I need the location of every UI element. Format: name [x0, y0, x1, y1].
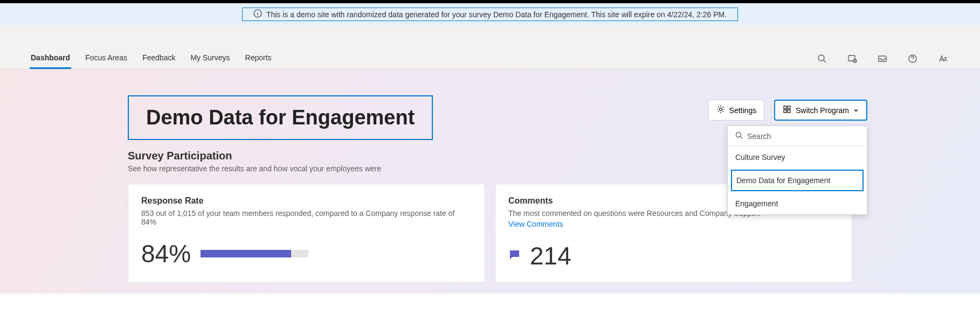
svg-rect-14: [788, 106, 790, 109]
svg-line-4: [824, 60, 826, 62]
hero-section: Demo Data for Engagement Settings Switch…: [0, 69, 980, 294]
settings-label: Settings: [729, 106, 757, 115]
dropdown-item-culture-survey[interactable]: Culture Survey: [728, 146, 867, 168]
search-icon[interactable]: [817, 54, 827, 64]
svg-rect-13: [784, 106, 786, 109]
tab-focus-areas[interactable]: Focus Areas: [84, 48, 128, 69]
dropdown-search[interactable]: Search: [728, 126, 867, 146]
tab-my-surveys[interactable]: My Surveys: [189, 48, 231, 69]
dropdown-item-demo-data[interactable]: Demo Data for Engagement: [731, 170, 864, 191]
dropdown-search-placeholder: Search: [747, 132, 771, 141]
switch-program-button[interactable]: Switch Program: [774, 100, 867, 121]
page-title-box: Demo Data for Engagement: [128, 95, 433, 140]
nav-icons: [817, 54, 948, 64]
add-tab-icon[interactable]: [847, 54, 857, 64]
comments-value: 214: [530, 241, 571, 270]
dropdown-item-engagement[interactable]: Engagement: [728, 193, 867, 214]
svg-point-12: [719, 108, 722, 111]
response-rate-card: Response Rate 853 out of 1,015 of your t…: [128, 184, 485, 283]
chevron-down-icon: [853, 106, 859, 115]
search-icon: [735, 131, 743, 141]
hero-actions: Settings Switch Program Search Cul: [708, 100, 867, 121]
response-rate-desc: 853 out of 1,015 of your team members re…: [141, 209, 472, 226]
help-icon[interactable]: [908, 54, 917, 64]
inbox-icon[interactable]: [878, 54, 887, 64]
view-comments-link[interactable]: View Comments: [508, 220, 839, 228]
tab-reports[interactable]: Reports: [244, 48, 273, 69]
response-rate-bar: [201, 250, 308, 257]
svg-rect-15: [784, 110, 786, 113]
switch-label: Switch Program: [796, 106, 849, 115]
tab-feedback[interactable]: Feedback: [141, 48, 176, 69]
gear-icon: [716, 105, 725, 115]
svg-line-18: [741, 137, 742, 138]
nav-row: Dashboard Focus Areas Feedback My Survey…: [0, 48, 980, 69]
svg-point-3: [818, 55, 824, 61]
switch-program-dropdown: Search Culture Survey Demo Data for Enga…: [727, 125, 867, 215]
svg-point-17: [736, 132, 741, 137]
demo-banner: This is a demo site with randomized data…: [0, 3, 980, 25]
header-spacer: [0, 25, 980, 48]
demo-banner-text: This is a demo site with randomized data…: [266, 10, 727, 19]
settings-button[interactable]: Settings: [708, 100, 765, 121]
svg-rect-16: [788, 110, 790, 113]
response-rate-value: 84%: [141, 239, 191, 268]
translate-icon[interactable]: [938, 54, 948, 64]
response-rate-title: Response Rate: [141, 196, 472, 206]
page-title: Demo Data for Engagement: [146, 106, 415, 129]
tab-dashboard[interactable]: Dashboard: [30, 48, 71, 69]
demo-banner-content: This is a demo site with randomized data…: [242, 8, 738, 21]
comment-icon: [508, 249, 520, 263]
nav-tabs: Dashboard Focus Areas Feedback My Survey…: [30, 48, 273, 69]
response-rate-fill: [201, 250, 291, 257]
info-icon: [253, 9, 262, 19]
switch-icon: [783, 105, 791, 115]
